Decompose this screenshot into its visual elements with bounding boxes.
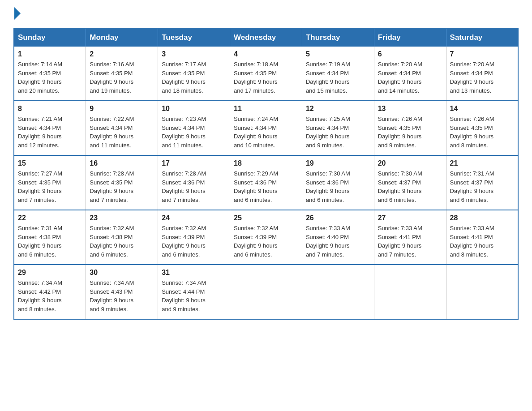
calendar-header-monday: Monday bbox=[86, 28, 158, 47]
calendar-cell: 17 Sunrise: 7:28 AMSunset: 4:36 PMDaylig… bbox=[158, 155, 230, 210]
day-info: Sunrise: 7:22 AMSunset: 4:34 PMDaylight:… bbox=[90, 116, 134, 149]
day-info: Sunrise: 7:14 AMSunset: 4:35 PMDaylight:… bbox=[18, 61, 62, 94]
day-number: 29 bbox=[18, 269, 82, 277]
day-info: Sunrise: 7:30 AMSunset: 4:37 PMDaylight:… bbox=[378, 170, 422, 203]
day-number: 2 bbox=[90, 50, 154, 58]
day-number: 20 bbox=[378, 159, 442, 167]
calendar-cell: 5 Sunrise: 7:19 AMSunset: 4:34 PMDayligh… bbox=[302, 47, 374, 101]
day-info: Sunrise: 7:29 AMSunset: 4:36 PMDaylight:… bbox=[234, 170, 278, 203]
day-number: 22 bbox=[18, 214, 82, 222]
calendar-week-2: 8 Sunrise: 7:21 AMSunset: 4:34 PMDayligh… bbox=[14, 101, 518, 155]
calendar-week-4: 22 Sunrise: 7:31 AMSunset: 4:38 PMDaylig… bbox=[14, 210, 518, 265]
calendar-cell: 22 Sunrise: 7:31 AMSunset: 4:38 PMDaylig… bbox=[14, 210, 86, 265]
day-number: 23 bbox=[90, 214, 154, 222]
calendar-cell: 30 Sunrise: 7:34 AMSunset: 4:43 PMDaylig… bbox=[86, 265, 158, 319]
day-info: Sunrise: 7:21 AMSunset: 4:34 PMDaylight:… bbox=[18, 116, 62, 149]
day-number: 3 bbox=[162, 50, 226, 58]
day-info: Sunrise: 7:32 AMSunset: 4:39 PMDaylight:… bbox=[162, 225, 206, 258]
day-info: Sunrise: 7:28 AMSunset: 4:36 PMDaylight:… bbox=[162, 170, 206, 203]
day-info: Sunrise: 7:32 AMSunset: 4:38 PMDaylight:… bbox=[90, 225, 134, 258]
day-number: 1 bbox=[18, 50, 82, 58]
day-info: Sunrise: 7:17 AMSunset: 4:35 PMDaylight:… bbox=[162, 61, 206, 94]
calendar-cell: 11 Sunrise: 7:24 AMSunset: 4:34 PMDaylig… bbox=[230, 101, 302, 155]
calendar-cell: 1 Sunrise: 7:14 AMSunset: 4:35 PMDayligh… bbox=[14, 47, 86, 101]
calendar-cell: 18 Sunrise: 7:29 AMSunset: 4:36 PMDaylig… bbox=[230, 155, 302, 210]
day-info: Sunrise: 7:34 AMSunset: 4:43 PMDaylight:… bbox=[90, 279, 134, 313]
day-number: 16 bbox=[90, 159, 154, 167]
day-info: Sunrise: 7:26 AMSunset: 4:35 PMDaylight:… bbox=[450, 116, 494, 149]
calendar-header-thursday: Thursday bbox=[302, 28, 374, 47]
day-number: 27 bbox=[378, 214, 442, 222]
day-number: 25 bbox=[234, 214, 298, 222]
calendar-cell: 12 Sunrise: 7:25 AMSunset: 4:34 PMDaylig… bbox=[302, 101, 374, 155]
day-number: 19 bbox=[306, 159, 370, 167]
calendar-cell bbox=[230, 265, 302, 319]
day-info: Sunrise: 7:31 AMSunset: 4:37 PMDaylight:… bbox=[450, 170, 494, 203]
day-number: 11 bbox=[234, 105, 298, 113]
calendar-cell: 10 Sunrise: 7:23 AMSunset: 4:34 PMDaylig… bbox=[158, 101, 230, 155]
calendar-cell: 29 Sunrise: 7:34 AMSunset: 4:42 PMDaylig… bbox=[14, 265, 86, 319]
calendar-cell bbox=[446, 265, 518, 319]
calendar-cell: 16 Sunrise: 7:28 AMSunset: 4:35 PMDaylig… bbox=[86, 155, 158, 210]
day-number: 26 bbox=[306, 214, 370, 222]
calendar-cell: 25 Sunrise: 7:32 AMSunset: 4:39 PMDaylig… bbox=[230, 210, 302, 265]
day-number: 24 bbox=[162, 214, 226, 222]
day-number: 9 bbox=[90, 105, 154, 113]
logo bbox=[13, 9, 21, 19]
day-number: 13 bbox=[378, 105, 442, 113]
day-info: Sunrise: 7:23 AMSunset: 4:34 PMDaylight:… bbox=[162, 116, 206, 149]
day-info: Sunrise: 7:30 AMSunset: 4:36 PMDaylight:… bbox=[306, 170, 350, 203]
calendar-cell: 20 Sunrise: 7:30 AMSunset: 4:37 PMDaylig… bbox=[374, 155, 446, 210]
day-info: Sunrise: 7:34 AMSunset: 4:42 PMDaylight:… bbox=[18, 279, 62, 313]
day-number: 14 bbox=[450, 105, 514, 113]
day-info: Sunrise: 7:19 AMSunset: 4:34 PMDaylight:… bbox=[306, 61, 350, 94]
calendar-header-row: SundayMondayTuesdayWednesdayThursdayFrid… bbox=[14, 28, 518, 47]
day-info: Sunrise: 7:16 AMSunset: 4:35 PMDaylight:… bbox=[90, 61, 134, 94]
calendar-cell: 14 Sunrise: 7:26 AMSunset: 4:35 PMDaylig… bbox=[446, 101, 518, 155]
calendar-cell: 31 Sunrise: 7:34 AMSunset: 4:44 PMDaylig… bbox=[158, 265, 230, 319]
calendar-cell bbox=[374, 265, 446, 319]
day-number: 17 bbox=[162, 159, 226, 167]
day-info: Sunrise: 7:32 AMSunset: 4:39 PMDaylight:… bbox=[234, 225, 278, 258]
page-header bbox=[13, 9, 519, 19]
calendar-cell: 27 Sunrise: 7:33 AMSunset: 4:41 PMDaylig… bbox=[374, 210, 446, 265]
day-number: 5 bbox=[306, 50, 370, 58]
day-number: 7 bbox=[450, 50, 514, 58]
calendar-cell bbox=[302, 265, 374, 319]
calendar-cell: 2 Sunrise: 7:16 AMSunset: 4:35 PMDayligh… bbox=[86, 47, 158, 101]
calendar-cell: 8 Sunrise: 7:21 AMSunset: 4:34 PMDayligh… bbox=[14, 101, 86, 155]
day-number: 6 bbox=[378, 50, 442, 58]
calendar-cell: 28 Sunrise: 7:33 AMSunset: 4:41 PMDaylig… bbox=[446, 210, 518, 265]
calendar-cell: 13 Sunrise: 7:26 AMSunset: 4:35 PMDaylig… bbox=[374, 101, 446, 155]
calendar-header-wednesday: Wednesday bbox=[230, 28, 302, 47]
day-info: Sunrise: 7:20 AMSunset: 4:34 PMDaylight:… bbox=[378, 61, 422, 94]
day-number: 8 bbox=[18, 105, 82, 113]
calendar-cell: 3 Sunrise: 7:17 AMSunset: 4:35 PMDayligh… bbox=[158, 47, 230, 101]
day-info: Sunrise: 7:24 AMSunset: 4:34 PMDaylight:… bbox=[234, 116, 278, 149]
calendar-cell: 21 Sunrise: 7:31 AMSunset: 4:37 PMDaylig… bbox=[446, 155, 518, 210]
day-number: 18 bbox=[234, 159, 298, 167]
calendar-cell: 24 Sunrise: 7:32 AMSunset: 4:39 PMDaylig… bbox=[158, 210, 230, 265]
day-info: Sunrise: 7:28 AMSunset: 4:35 PMDaylight:… bbox=[90, 170, 134, 203]
day-info: Sunrise: 7:18 AMSunset: 4:35 PMDaylight:… bbox=[234, 61, 278, 94]
calendar-cell: 7 Sunrise: 7:20 AMSunset: 4:34 PMDayligh… bbox=[446, 47, 518, 101]
day-number: 4 bbox=[234, 50, 298, 58]
calendar-header-saturday: Saturday bbox=[446, 28, 518, 47]
day-info: Sunrise: 7:26 AMSunset: 4:35 PMDaylight:… bbox=[378, 116, 422, 149]
calendar-week-1: 1 Sunrise: 7:14 AMSunset: 4:35 PMDayligh… bbox=[14, 47, 518, 101]
calendar-week-3: 15 Sunrise: 7:27 AMSunset: 4:35 PMDaylig… bbox=[14, 155, 518, 210]
day-info: Sunrise: 7:33 AMSunset: 4:40 PMDaylight:… bbox=[306, 225, 350, 258]
calendar-cell: 15 Sunrise: 7:27 AMSunset: 4:35 PMDaylig… bbox=[14, 155, 86, 210]
calendar-cell: 9 Sunrise: 7:22 AMSunset: 4:34 PMDayligh… bbox=[86, 101, 158, 155]
day-number: 31 bbox=[162, 269, 226, 277]
day-number: 30 bbox=[90, 269, 154, 277]
day-number: 12 bbox=[306, 105, 370, 113]
calendar-cell: 4 Sunrise: 7:18 AMSunset: 4:35 PMDayligh… bbox=[230, 47, 302, 101]
day-info: Sunrise: 7:27 AMSunset: 4:35 PMDaylight:… bbox=[18, 170, 62, 203]
day-info: Sunrise: 7:33 AMSunset: 4:41 PMDaylight:… bbox=[450, 225, 494, 258]
day-number: 10 bbox=[162, 105, 226, 113]
day-info: Sunrise: 7:33 AMSunset: 4:41 PMDaylight:… bbox=[378, 225, 422, 258]
day-info: Sunrise: 7:20 AMSunset: 4:34 PMDaylight:… bbox=[450, 61, 494, 94]
calendar-header-friday: Friday bbox=[374, 28, 446, 47]
calendar-header-sunday: Sunday bbox=[14, 28, 86, 47]
